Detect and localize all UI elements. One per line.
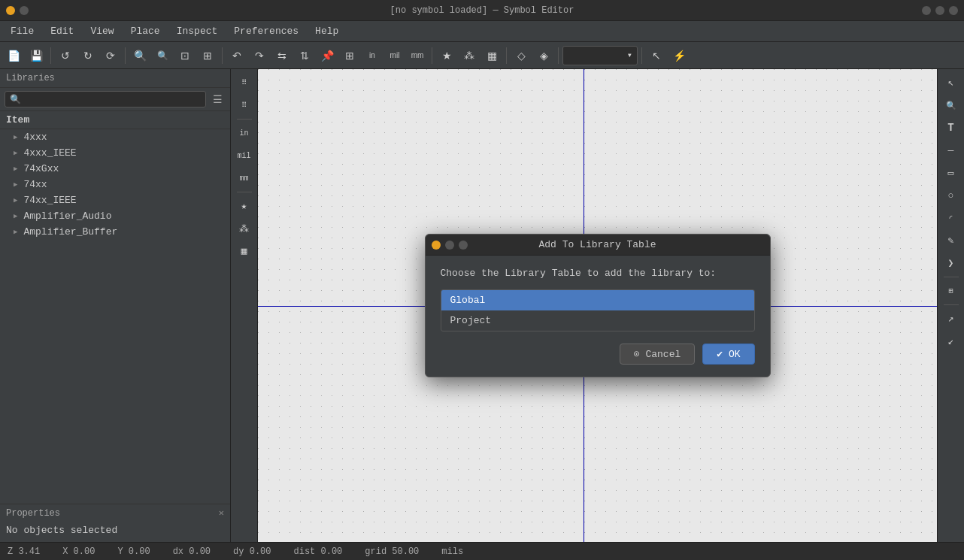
rotate-ccw-button[interactable]: ↶ xyxy=(226,45,247,66)
zoom-fit-button[interactable]: ⊡ xyxy=(174,45,196,66)
unit-in-lt-button[interactable]: in xyxy=(234,123,255,144)
dialog-list: Global Project xyxy=(441,289,755,331)
close-traffic-light[interactable] xyxy=(6,6,15,15)
component-dropdown[interactable]: ▾ xyxy=(562,46,638,65)
lib-item-74xx[interactable]: 74xx xyxy=(0,177,230,192)
dialog-close-button[interactable] xyxy=(432,241,441,250)
canvas-area[interactable]: Add To Library Table Choose the Library … xyxy=(258,69,937,542)
cursor-rt-button[interactable]: ↖ xyxy=(941,72,962,93)
dialog-prompt: Choose the Library Table to add the libr… xyxy=(441,268,755,279)
arrow-rt-button[interactable]: ↗ xyxy=(941,308,962,329)
menu-preferences[interactable]: Preferences xyxy=(226,23,306,39)
grid-lines-button[interactable]: ⠿ xyxy=(234,95,255,116)
grid-button[interactable]: ⊞ xyxy=(339,45,360,66)
sym1-button[interactable]: ◇ xyxy=(511,45,532,66)
dialog-buttons: ⊙ Cancel ✔ OK xyxy=(441,344,755,365)
menu-help[interactable]: Help xyxy=(308,23,346,39)
unit-in-button[interactable]: in xyxy=(362,45,383,66)
rotate-cw-button[interactable]: ↷ xyxy=(249,45,270,66)
libraries-label: Libraries xyxy=(6,73,55,83)
properties-close-icon[interactable]: ✕ xyxy=(219,507,224,519)
flip-h-button[interactable]: ⇆ xyxy=(271,45,293,66)
extra-traffic-light[interactable] xyxy=(949,6,958,15)
toolbar-separator-2 xyxy=(125,47,126,64)
status-dx: dx 0.00 xyxy=(173,546,211,557)
max-traffic-light[interactable] xyxy=(922,6,931,15)
select-mode-button[interactable]: ↖ xyxy=(646,45,667,66)
add-library-dialog: Add To Library Table Choose the Library … xyxy=(425,234,771,377)
redo-button[interactable]: ↻ xyxy=(77,45,99,66)
action-button[interactable]: ⚡ xyxy=(668,45,690,66)
menu-view[interactable]: View xyxy=(83,23,121,39)
table-button[interactable]: ▦ xyxy=(481,45,502,66)
flip-v-button[interactable]: ⇅ xyxy=(294,45,315,66)
table-lt-button[interactable]: ▦ xyxy=(234,241,255,262)
status-units: mils xyxy=(441,546,463,557)
pin-button[interactable]: 📌 xyxy=(317,45,338,66)
titlebar: [no symbol loaded] — Symbol Editor xyxy=(0,0,964,21)
search-input[interactable] xyxy=(5,91,206,107)
dialog-title: Add To Library Table xyxy=(538,239,656,250)
unit-mm-button[interactable]: mm xyxy=(407,45,428,66)
line-rt-button[interactable]: — xyxy=(941,140,962,161)
status-dy: dy 0.00 xyxy=(233,546,271,557)
toolbar-separator-5 xyxy=(506,47,507,64)
zoom-area-button[interactable]: ⊞ xyxy=(197,45,218,66)
unit-mil-lt-button[interactable]: mil xyxy=(234,145,255,166)
menu-edit[interactable]: Edit xyxy=(43,23,81,39)
new-button[interactable]: 📄 xyxy=(3,45,24,66)
text-rt-button[interactable]: T xyxy=(941,117,962,138)
min-traffic-light[interactable] xyxy=(20,6,29,15)
dialog-traffic-lights xyxy=(432,241,468,250)
rect-rt-button[interactable]: ▭ xyxy=(941,162,962,183)
toolbar-separator-4 xyxy=(432,47,432,64)
zoom-rt-button[interactable]: 🔍 xyxy=(941,95,962,116)
circle-rt-button[interactable]: ○ xyxy=(941,185,962,206)
status-grid: grid 50.00 xyxy=(365,546,419,557)
back-rt-button[interactable]: ↙ xyxy=(941,331,962,352)
filter-icon[interactable]: ☰ xyxy=(209,91,226,107)
save-button[interactable]: 💾 xyxy=(26,45,47,66)
lt-separator-1 xyxy=(237,119,252,120)
rt-separator-2 xyxy=(944,304,959,305)
libraries-header: Libraries xyxy=(0,69,230,88)
dialog-min-button[interactable] xyxy=(445,241,454,250)
main-content: Libraries ☰ Item 4xxx 4xxx_IEEE 74xGxx 7… xyxy=(0,69,964,542)
star-lt-button[interactable]: ★ xyxy=(234,195,255,216)
lib-item-amplifier-audio[interactable]: Amplifier_Audio xyxy=(0,208,230,224)
menu-place[interactable]: Place xyxy=(123,23,168,39)
route-lt-button[interactable]: ⁂ xyxy=(234,218,255,239)
lib-item-amplifier-buffer[interactable]: Amplifier_Buffer xyxy=(0,224,230,240)
dialog-overlay: Add To Library Table Choose the Library … xyxy=(258,69,937,542)
lib-item-74xx-ieee[interactable]: 74xx_IEEE xyxy=(0,192,230,208)
library-list: 4xxx 4xxx_IEEE 74xGxx 74xx 74xx_IEEE Amp… xyxy=(0,129,230,504)
lib-item-4xxx[interactable]: 4xxx xyxy=(0,129,230,145)
cancel-button[interactable]: ⊙ Cancel xyxy=(620,344,695,365)
pin2-button[interactable]: ⁂ xyxy=(459,45,480,66)
unit-mm-lt-button[interactable]: mm xyxy=(234,168,255,189)
menu-file[interactable]: File xyxy=(3,23,41,39)
unit-mil-button[interactable]: mil xyxy=(384,45,405,66)
grid2-rt-button[interactable]: ⊞ xyxy=(941,280,962,301)
refresh-button[interactable]: ⟳ xyxy=(100,45,121,66)
lib-item-4xxx-ieee[interactable]: 4xxx_IEEE xyxy=(0,145,230,161)
sym2-button[interactable]: ◈ xyxy=(533,45,554,66)
lib-item-74xgxx[interactable]: 74xGxx xyxy=(0,161,230,177)
zoom-out-button[interactable]: 🔍 xyxy=(152,45,173,66)
right-toolbar: ↖ 🔍 T — ▭ ○ ◜ ✎ ❯ ⊞ ↗ ↙ xyxy=(937,69,964,542)
sidebar: Libraries ☰ Item 4xxx 4xxx_IEEE 74xGxx 7… xyxy=(0,69,231,542)
menu-inspect[interactable]: Inspect xyxy=(169,23,226,39)
dialog-list-item-project[interactable]: Project xyxy=(441,310,754,331)
undo-button[interactable]: ↺ xyxy=(55,45,76,66)
dialog-max-button[interactable] xyxy=(459,241,468,250)
ok-button[interactable]: ✔ OK xyxy=(702,344,754,365)
search-bar: ☰ xyxy=(0,88,230,111)
dialog-list-item-global[interactable]: Global xyxy=(441,290,754,310)
chevron-rt-button[interactable]: ❯ xyxy=(941,253,962,274)
zoom-in-button[interactable]: 🔍 xyxy=(129,45,150,66)
grid-dots-button[interactable]: ⠿ xyxy=(234,72,255,93)
fullscreen-traffic-light[interactable] xyxy=(935,6,944,15)
arc-rt-button[interactable]: ◜ xyxy=(941,207,962,229)
pencil-rt-button[interactable]: ✎ xyxy=(941,230,962,251)
star-button[interactable]: ★ xyxy=(436,45,457,66)
